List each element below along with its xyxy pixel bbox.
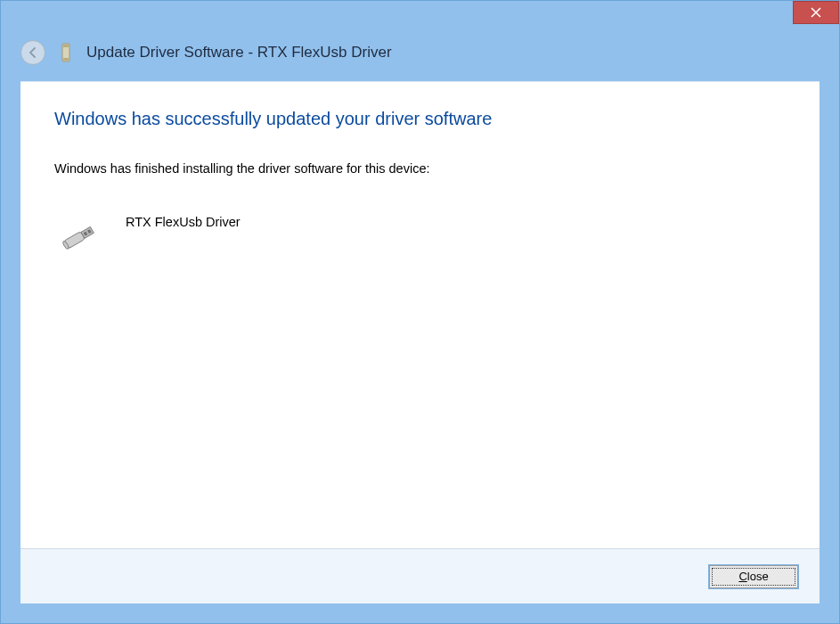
back-arrow-icon (27, 46, 39, 59)
back-button (20, 40, 45, 65)
wizard-icon (58, 42, 74, 63)
device-row: RTX FlexUsb Driver (54, 215, 786, 254)
footer: Close (20, 548, 820, 603)
content-area: Windows has successfully updated your dr… (20, 81, 820, 548)
window-title: Update Driver Software - RTX FlexUsb Dri… (86, 44, 392, 62)
svg-rect-2 (63, 58, 69, 61)
device-name: RTX FlexUsb Driver (126, 215, 241, 229)
success-heading: Windows has successfully updated your dr… (54, 109, 786, 129)
titlebar (1, 1, 839, 31)
close-icon (811, 7, 821, 18)
close-label-rest: lose (747, 570, 769, 583)
svg-rect-1 (63, 45, 69, 47)
window-close-button[interactable] (793, 1, 839, 24)
usb-device-icon (58, 218, 101, 254)
dialog-window: Update Driver Software - RTX FlexUsb Dri… (0, 0, 840, 624)
header-row: Update Driver Software - RTX FlexUsb Dri… (1, 31, 839, 81)
close-label-accel: C (738, 570, 746, 583)
close-button[interactable]: Close (709, 565, 798, 588)
body-text: Windows has finished installing the driv… (54, 161, 786, 176)
